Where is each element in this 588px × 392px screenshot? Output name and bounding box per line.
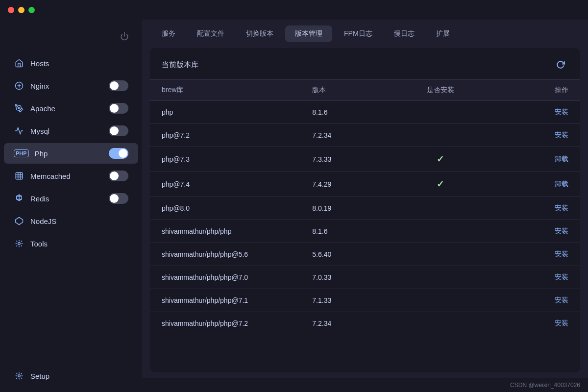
cell-action: 安装	[494, 243, 580, 266]
cell-version: 7.0.33	[300, 266, 387, 289]
col-header-version: 版本	[300, 80, 387, 101]
cell-brew: php@7.3	[150, 147, 300, 172]
cell-action: 安装	[494, 124, 580, 147]
tab-config[interactable]: 配置文件	[187, 25, 234, 42]
cell-version: 7.4.29	[300, 172, 387, 197]
tools-icon	[14, 238, 24, 249]
sidebar-item-tools[interactable]: Tools	[4, 233, 138, 254]
main-panel: 当前版本库 brew库 版本 是否安装 操作	[150, 48, 580, 372]
redis-icon	[14, 193, 24, 204]
table-row: php@7.47.4.29✓卸载	[150, 172, 580, 197]
action-button[interactable]: 卸载	[555, 180, 568, 188]
svg-point-16	[18, 375, 21, 377]
cell-brew: php@7.2	[150, 124, 300, 147]
action-button[interactable]: 安装	[555, 131, 568, 139]
table-row: php@8.08.0.19安装	[150, 197, 580, 220]
mysql-toggle[interactable]	[109, 125, 128, 136]
cell-installed	[387, 243, 494, 266]
main-layout: Hosts Nginx Apache	[0, 20, 588, 392]
nodejs-icon	[14, 216, 24, 226]
setup-icon	[14, 370, 24, 381]
cell-version: 8.1.6	[300, 220, 387, 243]
panel-title: 当前版本库	[162, 60, 198, 70]
table-row: php@7.37.3.33✓卸载	[150, 147, 580, 172]
cell-action: 安装	[494, 289, 580, 312]
table-row: php8.1.6安装	[150, 101, 580, 124]
cell-action: 安装	[494, 101, 580, 124]
nginx-toggle[interactable]	[109, 80, 128, 91]
cell-installed	[387, 289, 494, 312]
redis-toggle[interactable]	[109, 193, 128, 204]
cell-brew: shivammathur/php/php@7.2	[150, 312, 300, 335]
sidebar-item-nodejs[interactable]: NodeJS	[4, 211, 138, 231]
sidebar-item-memcached[interactable]: Memcached	[4, 166, 138, 186]
sidebar: Hosts Nginx Apache	[0, 20, 142, 392]
footer: CSDN @weixin_40037026	[142, 378, 588, 392]
tab-version-mgmt[interactable]: 版本管理	[285, 25, 332, 42]
setup-label: Setup	[30, 372, 49, 380]
redis-label: Redis	[30, 195, 49, 203]
power-section	[0, 24, 142, 52]
action-button[interactable]: 安装	[555, 108, 568, 116]
sidebar-item-mysql[interactable]: Mysql	[4, 121, 138, 141]
mysql-icon	[14, 125, 24, 136]
col-header-brew: brew库	[150, 80, 300, 101]
tab-slow-log[interactable]: 慢日志	[384, 25, 424, 42]
sidebar-item-redis[interactable]: Redis	[4, 188, 138, 209]
action-button[interactable]: 安装	[555, 296, 568, 304]
refresh-button[interactable]	[553, 57, 568, 73]
minimize-dot[interactable]	[18, 7, 24, 13]
sidebar-item-php[interactable]: PHP Php	[4, 143, 138, 164]
hosts-icon	[14, 58, 24, 69]
svg-marker-14	[16, 218, 23, 225]
action-button[interactable]: 安装	[555, 204, 568, 212]
check-icon: ✓	[437, 154, 444, 164]
php-label: Php	[35, 149, 48, 158]
tab-switch[interactable]: 切换版本	[236, 25, 283, 42]
cell-action: 卸载	[494, 147, 580, 172]
cell-action: 安装	[494, 197, 580, 220]
power-button[interactable]	[117, 28, 132, 44]
php-toggle[interactable]	[109, 148, 128, 159]
tab-services[interactable]: 服务	[152, 25, 185, 42]
cell-action: 安装	[494, 220, 580, 243]
tabbar: 服务 配置文件 切换版本 版本管理 FPM日志 慢日志 扩展	[142, 20, 588, 42]
memcached-toggle[interactable]	[109, 171, 128, 181]
cell-version: 7.2.34	[300, 312, 387, 335]
cell-action: 安装	[494, 312, 580, 335]
sidebar-bottom: Setup	[0, 365, 142, 387]
table-row: php@7.27.2.34安装	[150, 124, 580, 147]
sidebar-item-apache[interactable]: Apache	[4, 98, 138, 119]
tab-extend[interactable]: 扩展	[426, 25, 460, 42]
cell-version: 5.6.40	[300, 243, 387, 266]
sidebar-item-setup[interactable]: Setup	[4, 366, 138, 386]
php-icon: PHP	[14, 149, 29, 157]
action-button[interactable]: 卸载	[555, 155, 568, 163]
tab-fpm-log[interactable]: FPM日志	[334, 25, 382, 42]
action-button[interactable]: 安装	[555, 250, 568, 258]
close-dot[interactable]	[8, 7, 14, 13]
tools-label: Tools	[30, 240, 48, 248]
action-button[interactable]: 安装	[555, 273, 568, 281]
action-button[interactable]: 安装	[555, 319, 568, 327]
cell-action: 卸载	[494, 172, 580, 197]
memcached-icon	[14, 171, 24, 181]
svg-point-15	[18, 243, 21, 245]
apache-label: Apache	[30, 104, 55, 113]
sidebar-item-hosts[interactable]: Hosts	[4, 53, 138, 74]
cell-brew: shivammathur/php/php@7.1	[150, 289, 300, 312]
content-area: 服务 配置文件 切换版本 版本管理 FPM日志 慢日志 扩展 当前版本库	[142, 20, 588, 392]
apache-toggle[interactable]	[109, 103, 128, 114]
cell-version: 8.1.6	[300, 101, 387, 124]
action-button[interactable]: 安装	[555, 227, 568, 235]
cell-version: 8.0.19	[300, 197, 387, 220]
sidebar-item-nginx[interactable]: Nginx	[4, 75, 138, 96]
svg-rect-5	[16, 172, 23, 179]
maximize-dot[interactable]	[28, 7, 35, 13]
apache-icon	[14, 103, 24, 114]
table-row: shivammathur/php/php@7.27.2.34安装	[150, 312, 580, 335]
col-header-installed: 是否安装	[387, 80, 494, 101]
panel-header: 当前版本库	[150, 48, 580, 80]
cell-installed	[387, 124, 494, 147]
table-row: shivammathur/php/php@7.07.0.33安装	[150, 266, 580, 289]
